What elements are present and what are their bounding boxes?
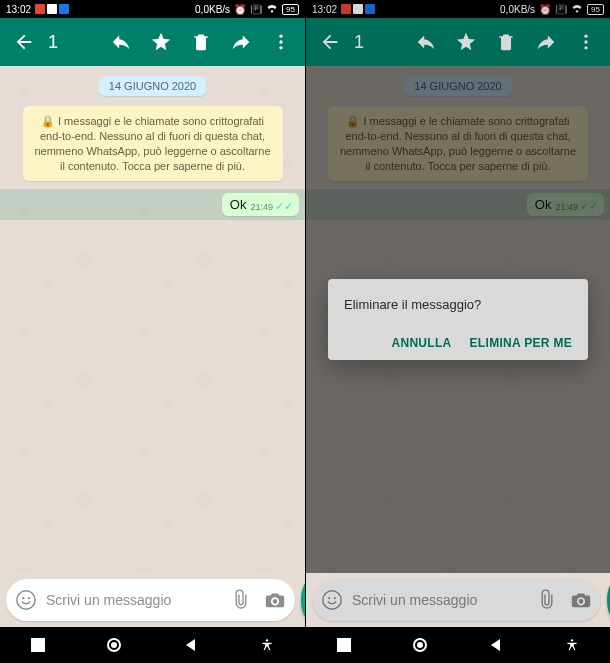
message-selection-highlight: Ok 21:49 ✓✓ [0,189,305,220]
facebook-icon [59,4,69,14]
status-time: 13:02 [312,4,337,15]
svg-point-4 [22,597,24,599]
delete-dialog: Eliminare il messaggio? ANNULLA ELIMINA … [328,279,588,360]
attach-button[interactable] [227,589,255,611]
message-text: Ok [230,197,247,212]
svg-rect-6 [31,638,45,652]
status-bar: 13:02 0,0KB/s ⏰ 📳 95 [0,0,305,18]
message-input[interactable] [46,592,221,608]
svg-point-10 [584,35,587,38]
emoji-button[interactable] [12,589,40,611]
reply-button[interactable] [101,22,141,62]
phone-right: 13:02 0,0KB/s ⏰ 📳 95 1 [305,0,610,663]
forward-button[interactable] [221,22,261,62]
message-input-bar [306,573,610,627]
overflow-menu-button[interactable] [566,22,606,62]
date-chip: 14 GIUGNO 2020 [99,76,206,96]
svg-point-0 [279,35,282,38]
overflow-menu-button[interactable] [261,22,301,62]
emoji-button[interactable] [318,589,346,611]
message-input-pill [6,579,295,621]
svg-point-11 [584,40,587,43]
nav-recents-button[interactable] [334,635,354,655]
svg-point-13 [323,591,341,609]
delete-button[interactable] [486,22,526,62]
gallery-icon [353,4,363,14]
gmail-icon [35,4,45,14]
facebook-icon [365,4,375,14]
status-data-rate: 0,0KB/s [500,4,535,15]
delete-button[interactable] [181,22,221,62]
svg-point-12 [584,46,587,49]
camera-button[interactable] [261,589,289,611]
back-button[interactable] [310,22,350,62]
status-time: 13:02 [6,4,31,15]
star-button[interactable] [141,22,181,62]
svg-point-2 [279,46,282,49]
svg-point-14 [328,597,330,599]
forward-button[interactable] [526,22,566,62]
svg-point-8 [111,642,117,648]
svg-point-19 [571,639,573,641]
nav-accessibility-button[interactable] [562,635,582,655]
status-bar: 13:02 0,0KB/s ⏰ 📳 95 [306,0,610,18]
gallery-icon [47,4,57,14]
camera-button[interactable] [567,589,595,611]
chat-body[interactable]: 14 GIUGNO 2020 🔒 I messaggi e le chiamat… [0,66,305,573]
status-data-rate: 0,0KB/s [195,4,230,15]
star-button[interactable] [446,22,486,62]
battery-icon: 95 [282,4,299,15]
wifi-icon [266,3,278,15]
vibrate-icon: 📳 [555,4,567,15]
reply-button[interactable] [406,22,446,62]
gmail-icon [341,4,351,14]
outgoing-message[interactable]: Ok 21:49 ✓✓ [222,193,299,216]
message-input-bar [0,573,305,627]
nav-home-button[interactable] [104,635,124,655]
selection-count: 1 [48,32,58,53]
alarm-icon: ⏰ [539,4,551,15]
svg-point-5 [28,597,30,599]
lock-icon: 🔒 [41,115,55,127]
svg-rect-16 [337,638,351,652]
nav-home-button[interactable] [410,635,430,655]
message-time: 21:49 [250,202,273,212]
dialog-confirm-button[interactable]: ELIMINA PER ME [470,336,572,350]
nav-recents-button[interactable] [28,635,48,655]
svg-point-15 [334,597,336,599]
modal-overlay[interactable]: Eliminare il messaggio? ANNULLA ELIMINA … [306,66,610,573]
nav-accessibility-button[interactable] [257,635,277,655]
svg-point-9 [266,639,268,641]
nav-back-button[interactable] [181,635,201,655]
back-button[interactable] [4,22,44,62]
alarm-icon: ⏰ [234,4,246,15]
svg-point-3 [17,591,35,609]
attach-button[interactable] [533,589,561,611]
dialog-title: Eliminare il messaggio? [344,297,572,312]
chat-body[interactable]: 14 GIUGNO 2020 🔒 I messaggi e le chiamat… [306,66,610,573]
battery-icon: 95 [587,4,604,15]
vibrate-icon: 📳 [250,4,262,15]
read-ticks-icon: ✓✓ [275,201,293,212]
encryption-notice[interactable]: 🔒 I messaggi e le chiamate sono crittogr… [23,106,283,181]
message-input-pill [312,579,601,621]
nav-bar [0,627,305,663]
nav-bar [306,627,610,663]
app-bar-selection: 1 [306,18,610,66]
selection-count: 1 [354,32,364,53]
wifi-icon [571,3,583,15]
nav-back-button[interactable] [486,635,506,655]
app-bar-selection: 1 [0,18,305,66]
dialog-cancel-button[interactable]: ANNULLA [391,336,451,350]
svg-point-18 [417,642,423,648]
svg-point-1 [279,40,282,43]
phone-left: 13:02 0,0KB/s ⏰ 📳 95 1 [0,0,305,663]
message-input[interactable] [352,592,527,608]
